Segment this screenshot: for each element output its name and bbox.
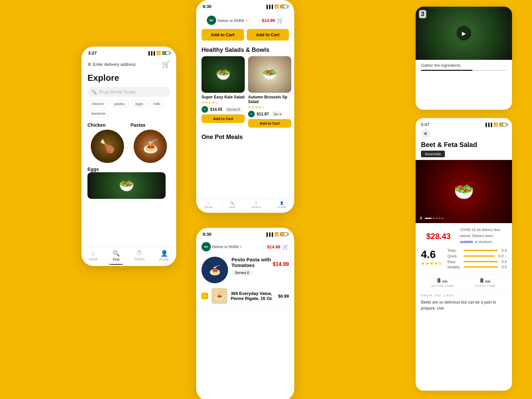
- nav-profile-label-c: Profile: [277, 205, 286, 209]
- nav-orders-center[interactable]: ⏱ Orders: [252, 201, 261, 209]
- quick-val: 5.0: [497, 254, 503, 258]
- pause-icon[interactable]: ⏸: [419, 216, 423, 220]
- tag-chicken[interactable]: chicken: [87, 100, 108, 107]
- category-eggs[interactable]: Eggs 🥗: [87, 166, 170, 199]
- rating-tasty: Tasty 5.0: [448, 248, 507, 252]
- assemble-label: Assemble: [421, 151, 445, 157]
- status-icons-left: ▐▐▐ 📶: [147, 51, 170, 55]
- chef-text: Beets are so delicious but can be a pain…: [421, 299, 507, 311]
- kale-price: $14.55: [210, 107, 222, 112]
- easy-val: 5.0: [500, 260, 507, 264]
- add-to-cart-btn-1[interactable]: Add to Cart: [201, 29, 244, 41]
- healthy-track: [464, 266, 498, 268]
- center-bottom-nav: ⌂ Home 🔍 Find ⏱ Orders 👤 Profile: [196, 198, 294, 213]
- profile-icon-left: 👤: [161, 250, 168, 257]
- nav-find-label-c: Find: [229, 205, 235, 209]
- salads-section-title: Healthy Salads & Bowls: [196, 43, 294, 56]
- pasta-price-header: $14.99: [267, 244, 280, 249]
- phone-recipe-list: 6:30 ▐▐▐ 📶 WF Deliver to 94306 ▾ $14.99 …: [196, 0, 294, 213]
- brussels-wf-badge: WF: [248, 111, 255, 117]
- pasta-emoji: 🍝: [143, 139, 158, 154]
- battery-center: [280, 5, 288, 8]
- tasty-label: Tasty: [448, 248, 462, 252]
- play-button[interactable]: ▶: [457, 26, 471, 41]
- beet-hero-image: 🥗 ⏸: [416, 160, 512, 223]
- quick-label: Quick: [448, 254, 462, 258]
- chevron-right-icon: ›: [505, 254, 507, 258]
- nav-home-center[interactable]: ⌂ Home: [204, 201, 212, 209]
- dot-3: [436, 218, 438, 219]
- tag-eggs[interactable]: eggs: [131, 100, 147, 107]
- wifi-beet: 📶: [493, 122, 498, 127]
- status-bar-center: 6:30 ▐▐▐ 📶: [196, 0, 294, 11]
- eggs-emoji: 🥗: [119, 178, 134, 193]
- tasty-fill: [464, 250, 498, 251]
- timeline-dots: [425, 218, 444, 219]
- video-controls: ⏸: [419, 216, 444, 220]
- delivery-address[interactable]: ⊕ Enter delivery address: [87, 62, 136, 67]
- beet-status-bar: 5:47 ▐▐▐ 📶: [416, 118, 512, 129]
- nav-profile-left[interactable]: 👤 Profile: [159, 250, 169, 261]
- status-icons-beet: ▐▐▐ 📶: [484, 122, 507, 127]
- find-icon-c: 🔍: [230, 201, 234, 205]
- easy-track: [464, 261, 498, 262]
- signal-icon: ▐▐▐: [147, 51, 155, 55]
- explore-content: ⊕ Enter delivery address 🛒 Explore 🔍 Sho…: [81, 58, 176, 246]
- dot-5: [442, 218, 444, 219]
- ingredient-name: 365 Everyday Value, Penne Rigate, 16 Oz: [231, 291, 275, 301]
- beet-salad-panel: 5:47 ▐▐▐ 📶 ✕ Beet & Feta Salad Assemble …: [416, 118, 512, 391]
- total-time-label: TOTAL TIME: [464, 284, 507, 288]
- status-icons-pasta: ▐▐▐ 📶: [265, 232, 288, 236]
- battery-icon-left: [162, 51, 170, 55]
- brussels-price: $11.87: [257, 112, 269, 116]
- delivery-row: ⊕ Enter delivery address 🛒: [87, 60, 170, 68]
- category-pastas-label: Pastas: [131, 122, 146, 128]
- nav-home-left[interactable]: ⌂ Home: [89, 250, 98, 261]
- close-button[interactable]: ✕: [421, 129, 430, 138]
- nav-find-center[interactable]: 🔍 Find: [229, 201, 235, 209]
- add-to-cart-row: Add to Cart Add to Cart: [201, 29, 289, 41]
- nav-underline: [109, 264, 123, 265]
- rating-bars: Tasty 5.0 Quick 5.0 › Easy 5.0: [448, 248, 507, 270]
- wf-header: WF Deliver to 94306 ▾ $14.99 🛒: [201, 12, 289, 27]
- ingredient-checkbox[interactable]: ✓: [201, 293, 208, 299]
- pasta-serves[interactable]: Serves 6: [231, 270, 252, 276]
- wf-logo: WF Deliver to 94306 ▾: [207, 16, 247, 25]
- search-box[interactable]: 🔍 Shop Whole Foods: [87, 87, 170, 97]
- kale-add-btn[interactable]: Add to Cart: [201, 114, 245, 123]
- category-pastas[interactable]: Pastas 🍝: [131, 122, 171, 163]
- easy-label: Easy: [448, 260, 462, 264]
- category-chicken-label: Chicken: [87, 122, 105, 128]
- search-icon-left: 🔍: [91, 89, 97, 94]
- battery-pasta: [280, 232, 288, 236]
- category-chicken[interactable]: Chicken 🍗: [87, 122, 127, 163]
- deliver-text: Deliver to 94306 ▾: [217, 17, 247, 23]
- healthy-val: 5.0: [500, 265, 507, 269]
- tag-bananas[interactable]: bananas: [87, 110, 109, 117]
- add-to-cart-btn-2[interactable]: Add to Cart: [247, 29, 289, 41]
- available-link[interactable]: available: [460, 240, 473, 244]
- rating-healthy: Healthy 5.0: [448, 265, 507, 269]
- kale-serves[interactable]: Serves 6: [224, 107, 243, 112]
- big-rating: 4.6: [421, 248, 442, 261]
- tag-milk[interactable]: milk: [150, 100, 164, 107]
- nav-profile-label-left: Profile: [159, 258, 169, 261]
- status-bar-pasta: 6:30 ▐▐▐ 📶: [196, 228, 294, 239]
- nav-orders-label: Orders: [135, 257, 145, 261]
- kale-name: Super Easy Kale Salad: [201, 95, 245, 99]
- nav-find-left[interactable]: 🔍 Find: [112, 250, 120, 261]
- brussels-serves[interactable]: Ser ▾: [271, 111, 284, 117]
- covid-notice: COVID-19: All delivery fees waived. Deli…: [460, 226, 507, 244]
- progress-container: [416, 70, 512, 71]
- rating-stars: ★★★★½: [421, 261, 442, 266]
- cart-icon-left[interactable]: 🛒: [162, 60, 170, 68]
- tag-pastas[interactable]: pastas: [110, 100, 129, 107]
- pastas-image: 🍝: [134, 130, 167, 163]
- wf-logo-circle: WF: [207, 16, 216, 25]
- brussels-add-btn[interactable]: Add to Cart: [248, 119, 291, 128]
- nav-profile-center[interactable]: 👤 Profile: [277, 201, 286, 209]
- ingredient-image: 🍝: [211, 288, 227, 304]
- nav-orders-left[interactable]: ⏱ Orders: [135, 250, 145, 261]
- chef-label: FROM THE CHEF: [421, 294, 507, 297]
- signal-icon-p: ▐▐▐: [265, 232, 273, 236]
